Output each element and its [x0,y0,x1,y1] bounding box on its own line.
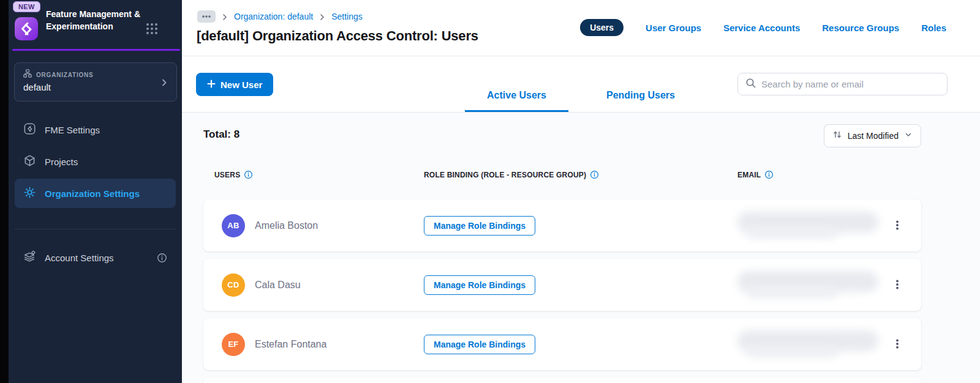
sidebar-item-fme-settings[interactable]: FME Settings [15,115,176,144]
sidebar-item-organization-settings[interactable]: Organization Settings [15,179,176,208]
redacted-email [737,330,881,359]
tab-roles[interactable]: Roles [921,23,946,33]
kebab-menu-icon[interactable] [892,338,904,351]
new-user-button[interactable]: New User [196,73,273,96]
new-user-button-label: New User [221,80,262,90]
manage-role-bindings-button[interactable]: Manage Role Bindings [424,275,535,295]
user-list-panel: Total: 8 Last Modified USERS ROLE BINDIN… [182,113,980,383]
page-title: [default] Organization Access Control: U… [197,28,478,44]
sidebar-divider [15,229,176,229]
sidebar-nav: FME Settings Projects Organization Setti… [15,115,176,210]
plus-icon [207,80,216,90]
search-icon [745,78,756,91]
avatar: AB [222,214,245,237]
table-row: CD Cala Dasu Manage Role Bindings [203,259,921,311]
sidebar: NEW Feature Management & Experimentation [9,0,182,383]
sidebar-item-label: FME Settings [45,125,100,135]
tab-user-groups[interactable]: User Groups [646,23,701,33]
column-header-users: USERS [214,170,424,180]
brand-purple-divider [12,49,180,51]
new-badge: NEW [13,1,40,12]
user-name: Estefan Fontana [255,339,326,350]
search-box [737,73,948,95]
org-selector-label: ORGANIZATIONS [36,72,94,78]
layers-gear-icon [23,250,36,265]
fme-logo-outline-icon [23,122,36,137]
redacted-email [737,271,881,299]
sidebar-item-label: Account Settings [45,253,114,263]
manage-role-bindings-button[interactable]: Manage Role Bindings [424,216,535,236]
table-header-row: USERS ROLE BINDING (ROLE - RESOURCE GROU… [203,170,921,180]
user-rows: AB Amelia Boston Manage Role Bindings CD… [203,199,921,383]
tab-users[interactable]: Users [580,19,624,36]
kebab-menu-icon[interactable] [892,220,904,232]
fme-app-logo-icon [14,17,39,41]
chevron-right-icon [221,13,228,20]
info-circle-icon[interactable] [764,170,774,180]
table-row: EF Estefan Fontana Manage Role Bindings [203,318,921,370]
app-title: Feature Management & Experimentation [46,8,144,32]
user-name: Cala Dasu [255,280,301,291]
toolbar: New User Active Users Pending Users [182,56,980,113]
search-input[interactable] [761,79,940,89]
column-header-label: EMAIL [737,171,761,179]
info-circle-icon[interactable] [244,170,254,180]
tab-resource-groups[interactable]: Resource Groups [822,23,899,33]
sidebar-item-label: Projects [45,157,78,167]
redacted-email [737,212,881,240]
sidebar-footer-nav: Account Settings [15,242,176,275]
user-name: Amelia Boston [255,220,318,231]
table-row: AB Amelia Boston Manage Role Bindings [203,199,921,251]
breadcrumb: Organization: default Settings [197,10,363,23]
user-cell: AB Amelia Boston [222,214,424,237]
access-control-tabs: Users User Groups Service Accounts Resou… [580,19,946,36]
info-circle-icon[interactable] [157,253,167,263]
avatar: CD [222,273,245,297]
sort-dropdown-value: Last Modified [848,131,899,141]
column-header-label: USERS [214,171,240,179]
info-circle-icon[interactable] [590,170,600,180]
tab-active-users[interactable]: Active Users [465,90,568,112]
apps-grid-icon[interactable] [146,23,158,35]
organization-selector[interactable]: ORGANIZATIONS default [14,62,177,102]
breadcrumb-link-organization[interactable]: Organization: default [234,12,313,21]
ellipsis-icon[interactable] [197,10,216,23]
org-hierarchy-icon [23,69,32,80]
tab-service-accounts[interactable]: Service Accounts [723,23,800,33]
column-header-role-binding: ROLE BINDING (ROLE - RESOURCE GROUP) [424,170,737,180]
gear-icon [23,186,36,201]
user-cell: EF Estefan Fontana [222,333,424,356]
chevron-down-icon [904,130,913,141]
background-window-edge [0,0,9,383]
sort-dropdown[interactable]: Last Modified [824,124,921,147]
chevron-right-icon [318,13,326,20]
breadcrumb-link-settings[interactable]: Settings [331,12,363,21]
column-header-label: ROLE BINDING (ROLE - RESOURCE GROUP) [424,171,586,179]
avatar: EF [222,333,245,356]
chevron-right-icon [159,78,169,87]
tab-pending-users[interactable]: Pending Users [584,90,697,112]
cube-icon [23,154,36,169]
sidebar-item-label: Organization Settings [45,188,140,199]
sidebar-item-projects[interactable]: Projects [15,147,176,176]
page-header: Organization: default Settings [default]… [182,0,980,56]
sidebar-item-account-settings[interactable]: Account Settings [15,242,176,273]
kebab-menu-icon[interactable] [892,279,904,291]
column-header-email: EMAIL [737,170,921,180]
sort-arrows-icon [832,130,842,142]
org-selector-value: default [23,82,169,92]
total-count: Total: 8 [203,128,239,141]
manage-role-bindings-button[interactable]: Manage Role Bindings [424,335,535,354]
table-row-partial [203,377,921,383]
user-cell: CD Cala Dasu [222,273,424,297]
